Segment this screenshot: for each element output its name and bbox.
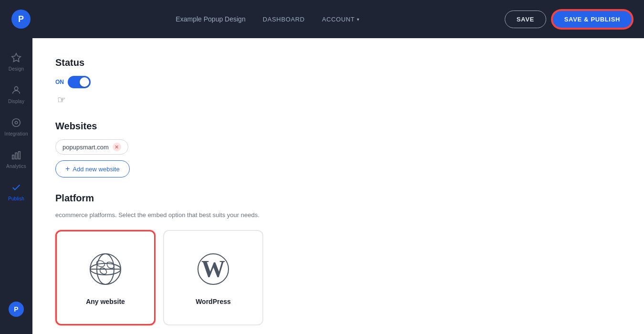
- save-button[interactable]: SAVE: [505, 10, 546, 28]
- websites-section: Websites popupsmart.com ✕ + Add new webs…: [55, 121, 621, 177]
- globe-icon: [86, 250, 125, 290]
- sidebar-item-display-label: Display: [8, 99, 24, 104]
- app-layout: Design Display Integration: [0, 38, 644, 334]
- sidebar-item-design[interactable]: Design: [2, 48, 31, 76]
- svg-marker-0: [12, 53, 21, 62]
- navbar-title: Example Popup Design: [176, 15, 245, 23]
- svg-rect-6: [19, 152, 21, 159]
- platform-card-any-website[interactable]: Any website: [55, 230, 156, 325]
- svg-rect-4: [12, 155, 14, 159]
- analytics-icon: [11, 150, 21, 162]
- sidebar-item-publish-label: Publish: [8, 196, 24, 201]
- sidebar-item-analytics-label: Analytics: [6, 164, 26, 169]
- platform-card-any-website-label: Any website: [86, 298, 125, 305]
- sidebar-item-integration[interactable]: Integration: [2, 113, 31, 141]
- sidebar-item-display[interactable]: Display: [2, 80, 31, 109]
- sidebar-bottom-logo[interactable]: P: [9, 302, 24, 317]
- integration-icon: [11, 117, 21, 129]
- website-tag-0: popupsmart.com ✕: [55, 139, 128, 155]
- toggle-knob: [80, 77, 89, 87]
- platform-cards: Any website W WordPress: [55, 230, 621, 325]
- plus-icon: +: [65, 165, 70, 173]
- wordpress-icon: W: [194, 250, 232, 290]
- platform-section: Platform ecommerce platforms. Select the…: [55, 193, 621, 325]
- platform-card-wordpress-label: WordPress: [196, 298, 231, 305]
- cursor-hand-icon: ☞: [57, 94, 66, 105]
- display-icon: [11, 85, 21, 97]
- toggle-track[interactable]: [68, 76, 91, 88]
- svg-point-1: [14, 87, 18, 90]
- svg-point-3: [12, 119, 21, 127]
- save-publish-button[interactable]: SAVE & PUBLISH: [552, 10, 633, 29]
- navbar-logo[interactable]: P: [11, 10, 31, 29]
- svg-point-2: [15, 121, 18, 124]
- tag-close-icon[interactable]: ✕: [113, 143, 121, 151]
- main-content: Status ON ☞ Websites popupsmart.com ✕ +: [32, 38, 644, 334]
- sidebar: Design Display Integration: [0, 38, 32, 334]
- sidebar-item-analytics[interactable]: Analytics: [2, 145, 31, 174]
- websites-title: Websites: [55, 121, 621, 132]
- navbar-right: SAVE SAVE & PUBLISH: [505, 10, 633, 29]
- add-website-button[interactable]: + Add new website: [55, 160, 130, 177]
- svg-text:W: W: [201, 255, 225, 282]
- navbar-dashboard-link[interactable]: DASHBOARD: [263, 16, 305, 23]
- status-title: Status: [55, 57, 621, 68]
- platform-description: ecommerce platforms. Select the embed op…: [55, 211, 621, 219]
- platform-card-wordpress[interactable]: W WordPress: [163, 230, 263, 325]
- sidebar-item-integration-label: Integration: [4, 131, 28, 136]
- sidebar-item-publish[interactable]: Publish: [2, 177, 31, 206]
- website-tag-value: popupsmart.com: [62, 144, 109, 151]
- status-section: Status ON ☞: [55, 57, 621, 105]
- publish-icon: [11, 182, 21, 194]
- platform-title: Platform: [55, 193, 621, 204]
- chevron-down-icon: ▾: [357, 17, 360, 22]
- navbar-center: Example Popup Design DASHBOARD ACCOUNT ▾: [40, 15, 495, 23]
- design-icon: [11, 52, 21, 64]
- svg-rect-5: [15, 153, 17, 159]
- status-toggle[interactable]: ON: [55, 76, 91, 88]
- toggle-label: ON: [55, 79, 64, 85]
- navbar: P Example Popup Design DASHBOARD ACCOUNT…: [0, 0, 644, 38]
- navbar-account-link[interactable]: ACCOUNT ▾: [322, 16, 359, 23]
- sidebar-item-design-label: Design: [9, 66, 24, 72]
